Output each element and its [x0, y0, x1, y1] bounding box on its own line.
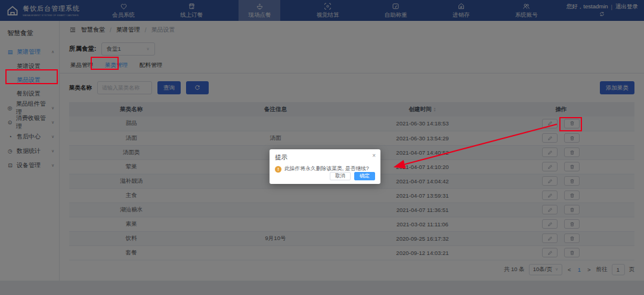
modal-backdrop: [0, 0, 644, 295]
confirm-dialog: 提示 × ! 此操作将永久删除该菜类, 是否继续? 取消 确定: [270, 149, 380, 184]
warning-icon: !: [275, 166, 281, 173]
close-icon[interactable]: ×: [372, 152, 376, 159]
cancel-button[interactable]: 取消: [330, 172, 351, 180]
confirm-button[interactable]: 确定: [354, 172, 375, 180]
dialog-title: 提示: [275, 153, 375, 162]
